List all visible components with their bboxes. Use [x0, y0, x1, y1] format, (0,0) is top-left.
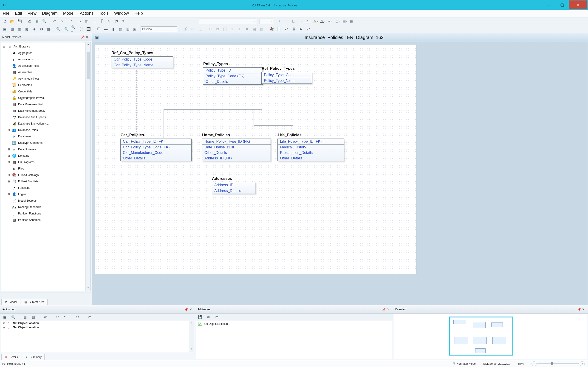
- entity-attr[interactable]: Other_Details: [202, 150, 271, 156]
- reverse-eng-icon[interactable]: ↩: [305, 26, 311, 32]
- tree-item[interactable]: ⊞🌐Domains: [2, 152, 90, 159]
- underline-icon[interactable]: U: [290, 18, 296, 24]
- tree-item[interactable]: 🗎Files: [2, 165, 90, 172]
- tab-model[interactable]: 🗎Model: [1, 299, 20, 305]
- tree-item[interactable]: ▤Data Movement Rul...: [2, 101, 90, 108]
- open-icon[interactable]: 📂: [9, 18, 15, 24]
- db-sync-icon[interactable]: ⟳: [190, 26, 196, 32]
- menu-tools[interactable]: Tools: [99, 11, 109, 16]
- tree-item[interactable]: 📜Certificates: [2, 82, 90, 88]
- entity-attr[interactable]: Car_Policy_Type_ID (FK): [121, 139, 191, 144]
- overview-viewport[interactable]: [449, 317, 513, 356]
- entity-attr[interactable]: Address_ID: [212, 182, 255, 188]
- cascade-icon[interactable]: ❐: [95, 26, 102, 32]
- annotation-tool-icon[interactable]: 🏷: [113, 18, 119, 24]
- redo-icon[interactable]: ↷: [59, 18, 65, 24]
- al-tb-2-icon[interactable]: 🔍: [10, 314, 16, 320]
- find-icon[interactable]: 🔍: [41, 18, 47, 24]
- tile-h-icon[interactable]: ▬: [103, 26, 109, 32]
- paste-icon[interactable]: 📋: [222, 26, 228, 32]
- tree-item[interactable]: ▦Assemblies: [2, 69, 90, 75]
- tree-item[interactable]: ƒFunctions: [2, 185, 90, 191]
- pin-icon[interactable]: 📌: [184, 308, 188, 311]
- entity-ref-policy-types[interactable]: Ref_Policy_Types Policy_Type_Code Policy…: [261, 72, 312, 84]
- rel-identifying-icon[interactable]: ⎿: [91, 18, 97, 24]
- adv-tb-copy-icon[interactable]: ⧉: [205, 314, 211, 320]
- close-panel-icon[interactable]: ✕: [581, 308, 586, 311]
- tree-item[interactable]: ⊞📚Fulltext Catalogs: [2, 172, 90, 178]
- tree-item[interactable]: ⊞👥Database Roles: [2, 127, 90, 133]
- level-entity-icon[interactable]: ▣: [2, 26, 8, 32]
- forward-eng-icon[interactable]: ▶: [298, 26, 304, 32]
- entity-attr[interactable]: Other_Details: [278, 156, 344, 161]
- arrange-icon[interactable]: ▤: [118, 26, 124, 32]
- undo-icon[interactable]: ↶: [52, 18, 57, 24]
- tree-item[interactable]: AaNaming Standards: [2, 204, 90, 210]
- go-parent-icon[interactable]: ↥: [229, 26, 235, 32]
- al-tb-6-icon[interactable]: ↶: [54, 314, 60, 320]
- entity-car-policies[interactable]: Car_Policies Car_Policy_Type_ID (FK) Car…: [120, 139, 191, 161]
- al-tb-7-icon[interactable]: ↷: [62, 314, 69, 320]
- diagram-tab-icon[interactable]: ▣: [93, 35, 100, 40]
- delete-icon[interactable]: ✕: [244, 26, 250, 32]
- font-family-dropdown[interactable]: ▾: [199, 19, 256, 24]
- entity-policy-types[interactable]: Policy_Types Policy_Type_ID Policy_Type_…: [203, 67, 263, 85]
- tree-root[interactable]: ⊟🗎ArchiSurance: [2, 43, 90, 50]
- al-tb-1-icon[interactable]: ▣: [2, 314, 8, 320]
- go-child-icon[interactable]: ↧: [237, 26, 242, 32]
- tab-details[interactable]: 🛢Details: [1, 354, 21, 360]
- entity-attr[interactable]: Home_Policy_Type_ID (FK): [202, 139, 271, 144]
- close-panel-icon[interactable]: ✕: [188, 308, 193, 311]
- entity-home-policies[interactable]: Home_Policies Home_Policy_Type_ID (FK) D…: [202, 139, 271, 161]
- entity-attr[interactable]: Address_Details: [212, 188, 255, 194]
- drawing-tool-icon[interactable]: ✎: [120, 18, 126, 24]
- tree-item[interactable]: ⊞≡Default Values: [2, 146, 90, 152]
- menu-model[interactable]: Model: [63, 11, 74, 16]
- complete-compare-icon[interactable]: ⇄: [284, 26, 289, 32]
- tree-item[interactable]: 🔏Database Encryption K...: [2, 120, 90, 127]
- line-color-icon[interactable]: ✎: [320, 18, 326, 24]
- entity-attr[interactable]: Policy_Type_Name: [262, 78, 312, 83]
- tree-item[interactable]: ⊞👤Logins: [2, 191, 90, 198]
- entity-attr[interactable]: Life_Policy_Type_ID (FK): [278, 139, 344, 144]
- menu-help[interactable]: Help: [134, 11, 143, 16]
- pin-icon[interactable]: 📌: [80, 35, 85, 39]
- align-icon[interactable]: ☰: [334, 18, 340, 24]
- action-log-row[interactable]: ⊞🛢Set Object Location: [1, 321, 194, 325]
- level-attribute-icon[interactable]: ▥: [9, 26, 15, 32]
- t1-icon[interactable]: ▣: [251, 26, 257, 32]
- t2-icon[interactable]: ▤: [259, 26, 265, 32]
- pointer-icon[interactable]: ↖: [69, 18, 75, 24]
- tree-item[interactable]: 🔣Datatype Standards: [2, 140, 90, 146]
- entity-attr[interactable]: Car_Policy_Type_Code (FK): [121, 144, 191, 150]
- tile-v-icon[interactable]: ▮: [110, 26, 116, 32]
- strike-icon[interactable]: S: [298, 18, 304, 24]
- entity-tool-icon[interactable]: ▭: [76, 18, 82, 24]
- entity-attr[interactable]: Policy_Type_Code: [262, 72, 312, 78]
- fill-color-icon[interactable]: ◇: [312, 18, 318, 24]
- pin-icon[interactable]: 📌: [577, 308, 581, 311]
- close-button[interactable]: ✕: [569, 0, 587, 9]
- entity-attr[interactable]: Address_ID (FK): [202, 156, 271, 161]
- menu-file[interactable]: File: [3, 11, 9, 16]
- line-style-icon[interactable]: ≡: [327, 18, 333, 24]
- entity-life-policies[interactable]: Life_Policies Life_Policy_Type_ID (FK) M…: [277, 139, 344, 161]
- pin-icon[interactable]: 📌: [381, 308, 386, 311]
- diagram-surface[interactable]: ⩚ ⩚ ⩚ ⩚ ⪪ ⩛ Ref_Car_Policy_Types Car_Pol…: [95, 45, 416, 274]
- menu-actions[interactable]: Actions: [80, 11, 94, 16]
- window-more-icon[interactable]: ▣: [132, 26, 138, 32]
- action-log-row[interactable]: ⊞🛢Set Object Location: [1, 325, 194, 329]
- view-tool-icon[interactable]: ◫: [84, 18, 90, 24]
- copy-icon[interactable]: ⧉: [215, 26, 221, 32]
- print-icon[interactable]: 🖶: [27, 18, 33, 24]
- tree-item[interactable]: ▥Data Movement Sour...: [2, 108, 90, 114]
- tab-subject-area[interactable]: ▦Subject Area: [21, 299, 48, 305]
- menu-diagram[interactable]: Diagram: [42, 11, 58, 16]
- cut-icon[interactable]: ✂: [207, 26, 213, 32]
- view-mode-dropdown[interactable]: Physical▾: [141, 26, 177, 32]
- zoom-in-button[interactable]: +: [580, 361, 585, 366]
- tree-item[interactable]: 🔐Credentials: [2, 88, 90, 95]
- overview-body[interactable]: [394, 314, 587, 359]
- close-panel-icon[interactable]: ✕: [85, 35, 89, 39]
- print-preview-icon[interactable]: ▦: [34, 18, 40, 24]
